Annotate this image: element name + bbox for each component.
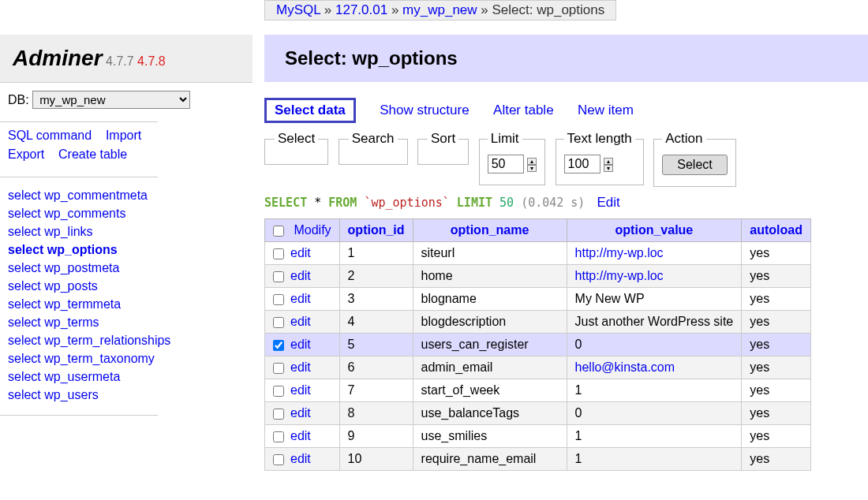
fieldset-select[interactable]: Select — [264, 131, 328, 165]
cell-autoload: yes — [742, 356, 811, 379]
cell-option-value: 0 — [567, 334, 742, 356]
table-link[interactable]: wp_term_relationships — [44, 334, 170, 347]
breadcrumb-host[interactable]: 127.0.01 — [335, 2, 387, 17]
value-link[interactable]: hello@kinsta.com — [575, 360, 675, 374]
col-option-name[interactable]: option_name — [451, 223, 529, 237]
value-link[interactable]: http://my-wp.loc — [575, 246, 664, 259]
table-select-link[interactable]: select — [8, 188, 41, 202]
row-edit-link[interactable]: edit — [290, 292, 311, 305]
breadcrumb-server[interactable]: MySQL — [276, 2, 320, 17]
table-row: edit10require_name_email1yes — [265, 448, 811, 471]
brand-latest: 4.7.8 — [137, 54, 166, 68]
cell-option-name: users_can_register — [413, 334, 567, 356]
table-link[interactable]: wp_comments — [44, 207, 125, 220]
row-edit-link[interactable]: edit — [290, 452, 311, 465]
table-link[interactable]: wp_term_taxonomy — [44, 352, 155, 365]
table-select-link[interactable]: select — [8, 279, 41, 293]
table-link[interactable]: wp_links — [44, 225, 92, 238]
row-edit-link[interactable]: edit — [290, 269, 311, 282]
table-link[interactable]: wp_options — [47, 243, 118, 256]
table-link[interactable]: wp_terms — [44, 315, 99, 329]
table-link[interactable]: wp_users — [44, 388, 98, 401]
breadcrumb: MySQL » 127.0.01 » my_wp_new » Select: w… — [264, 0, 616, 21]
row-checkbox[interactable] — [273, 363, 284, 374]
cell-option-id: 2 — [339, 265, 413, 288]
cell-option-name: admin_email — [413, 356, 567, 379]
col-modify[interactable]: Modify — [294, 223, 331, 237]
limit-spinner[interactable]: ▴▾ — [527, 158, 537, 172]
sql-edit-link[interactable]: Edit — [597, 195, 619, 210]
text-length-spinner[interactable]: ▴▾ — [604, 158, 613, 172]
cell-option-id: 8 — [339, 402, 413, 425]
brand-version: 4.7.7 — [106, 54, 134, 68]
select-all-checkbox[interactable] — [273, 226, 284, 237]
row-checkbox[interactable] — [273, 294, 284, 305]
link-create-table[interactable]: Create table — [58, 147, 127, 161]
text-length-input[interactable] — [564, 155, 600, 174]
row-edit-link[interactable]: edit — [290, 383, 311, 397]
row-edit-link[interactable]: edit — [290, 406, 311, 420]
link-import[interactable]: Import — [106, 129, 141, 142]
row-checkbox[interactable] — [273, 271, 284, 282]
cell-autoload: yes — [742, 379, 811, 402]
table-link[interactable]: wp_termmeta — [44, 297, 121, 311]
row-checkbox[interactable] — [273, 454, 284, 465]
cell-option-id: 3 — [339, 288, 413, 311]
value-link[interactable]: http://my-wp.loc — [575, 269, 664, 282]
link-export[interactable]: Export — [8, 147, 44, 161]
table-link[interactable]: wp_posts — [44, 279, 98, 293]
tab-show-structure[interactable]: Show structure — [380, 103, 469, 118]
cell-option-value: 1 — [567, 425, 742, 448]
cell-option-id: 6 — [339, 356, 413, 379]
table-select-link[interactable]: select — [8, 243, 43, 256]
row-edit-link[interactable]: edit — [290, 315, 311, 328]
cell-option-name: require_name_email — [413, 448, 567, 471]
breadcrumb-db[interactable]: my_wp_new — [402, 2, 477, 17]
cell-option-id: 9 — [339, 425, 413, 448]
table-select-link[interactable]: select — [8, 261, 41, 274]
row-checkbox[interactable] — [273, 317, 284, 328]
table-select-link[interactable]: select — [8, 352, 41, 365]
table-select-link[interactable]: select — [8, 297, 41, 311]
link-sql-command[interactable]: SQL command — [8, 129, 92, 142]
data-table: Modify option_id option_name option_valu… — [264, 218, 811, 471]
table-row: edit7start_of_week1yes — [265, 379, 811, 402]
db-select[interactable]: my_wp_new — [32, 91, 190, 109]
col-option-value[interactable]: option_value — [615, 223, 694, 237]
fieldset-search[interactable]: Search — [339, 131, 408, 165]
table-select-link[interactable]: select — [8, 334, 41, 347]
limit-input[interactable] — [488, 155, 524, 174]
tab-select-data[interactable]: Select data — [264, 98, 356, 123]
table-link[interactable]: wp_postmeta — [44, 261, 119, 274]
cell-autoload: yes — [742, 334, 811, 356]
table-select-link[interactable]: select — [8, 315, 41, 329]
table-select-link[interactable]: select — [8, 370, 41, 383]
col-autoload[interactable]: autoload — [750, 223, 803, 237]
row-checkbox[interactable] — [273, 340, 284, 351]
cell-option-name: home — [413, 265, 567, 288]
tab-alter-table[interactable]: Alter table — [493, 103, 554, 118]
cell-option-value: 0 — [567, 402, 742, 425]
table-select-link[interactable]: select — [8, 207, 41, 220]
cell-autoload: yes — [742, 242, 811, 265]
col-option-id[interactable]: option_id — [348, 223, 405, 237]
row-edit-link[interactable]: edit — [290, 338, 311, 351]
action-select-button[interactable]: Select — [662, 155, 727, 175]
row-checkbox[interactable] — [273, 248, 284, 259]
fieldset-sort[interactable]: Sort — [417, 131, 469, 165]
tab-new-item[interactable]: New item — [578, 103, 634, 118]
table-link[interactable]: wp_commentmeta — [44, 188, 148, 202]
table-select-link[interactable]: select — [8, 225, 41, 238]
cell-autoload: yes — [742, 402, 811, 425]
row-checkbox[interactable] — [273, 386, 284, 397]
cell-option-name: use_balanceTags — [413, 402, 567, 425]
row-edit-link[interactable]: edit — [290, 429, 311, 442]
row-checkbox[interactable] — [273, 409, 284, 420]
table-select-link[interactable]: select — [8, 388, 41, 401]
row-checkbox[interactable] — [273, 431, 284, 442]
table-row: edit4blogdescriptionJust another WordPre… — [265, 311, 811, 334]
table-link[interactable]: wp_usermeta — [44, 370, 120, 383]
breadcrumb-tail: Select: wp_options — [492, 2, 605, 17]
row-edit-link[interactable]: edit — [290, 360, 311, 374]
row-edit-link[interactable]: edit — [290, 246, 311, 259]
